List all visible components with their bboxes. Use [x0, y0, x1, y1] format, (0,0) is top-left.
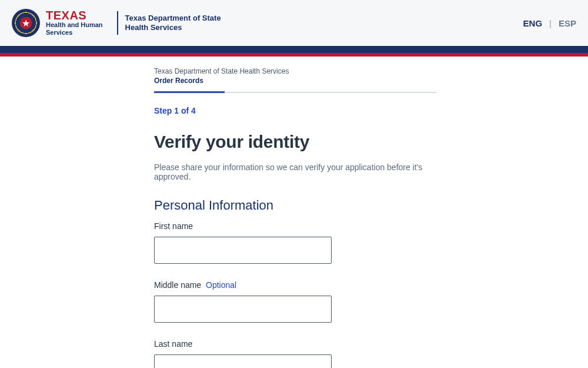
first-name-label: First name [154, 221, 454, 231]
language-separator: | [549, 18, 552, 28]
step-indicator: Step 1 of 4 [154, 106, 454, 115]
page-subtitle: Please share your information so we can … [154, 163, 454, 181]
first-name-input[interactable] [154, 237, 332, 264]
progress-fill [154, 91, 225, 93]
middle-name-group: Middle name Optional [154, 280, 454, 323]
vertical-divider [117, 11, 118, 35]
middle-name-label: Middle name Optional [154, 280, 454, 290]
page-title: Verify your identity [154, 132, 454, 152]
breadcrumb-department: Texas Department of State Health Service… [154, 67, 454, 75]
first-name-group: First name [154, 221, 454, 264]
language-toggle: ENG | ESP [523, 18, 576, 28]
breadcrumb-page: Order Records [154, 77, 454, 85]
last-name-label: Last name [154, 339, 454, 349]
texas-seal-icon: ★ [12, 9, 40, 37]
language-spanish-button[interactable]: ESP [559, 18, 576, 28]
header-branding: ★ TEXAS Health and Human Services Texas … [12, 9, 221, 37]
texas-subtitle-line1: Health and Human [46, 21, 103, 29]
middle-name-label-text: Middle name [154, 280, 201, 290]
site-header: ★ TEXAS Health and Human Services Texas … [0, 0, 588, 46]
main-content: Texas Department of State Health Service… [154, 57, 454, 368]
optional-tag: Optional [206, 280, 236, 290]
star-icon: ★ [22, 18, 30, 29]
progress-bar [154, 92, 436, 93]
logo-text-block: TEXAS Health and Human Services Texas De… [46, 9, 221, 37]
last-name-group: Last name [154, 339, 454, 368]
texas-subtitle-line2: Services [46, 29, 103, 37]
department-block: Texas Department of State Health Service… [125, 14, 221, 32]
language-english-button[interactable]: ENG [523, 18, 543, 28]
dept-line2: Health Services [125, 23, 221, 32]
middle-name-input[interactable] [154, 296, 332, 323]
section-personal-info: Personal Information [154, 198, 454, 213]
last-name-input[interactable] [154, 354, 332, 368]
dept-line1: Texas Department of State [125, 14, 221, 23]
decorative-stripe-blue [0, 46, 588, 53]
texas-hhs-block: TEXAS Health and Human Services [46, 9, 110, 37]
texas-title: TEXAS [46, 9, 103, 21]
